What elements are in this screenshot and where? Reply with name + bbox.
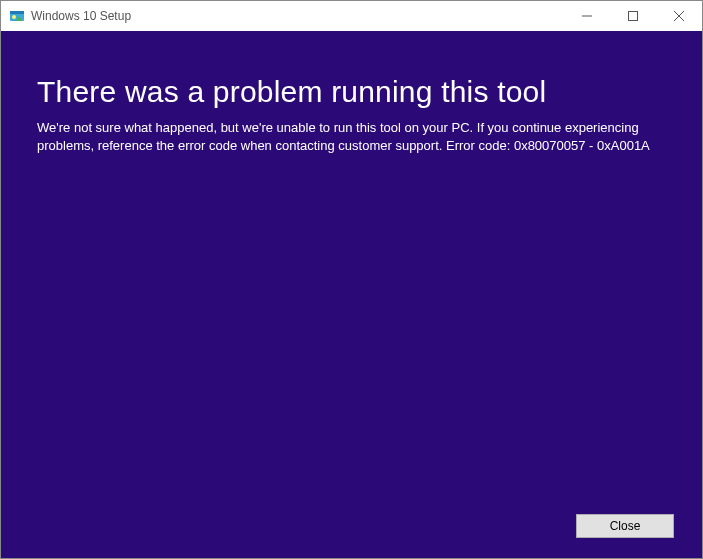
maximize-button[interactable] <box>610 1 656 31</box>
svg-rect-1 <box>10 11 24 14</box>
setup-window: Windows 10 Setup There was a problem run… <box>0 0 703 559</box>
minimize-button[interactable] <box>564 1 610 31</box>
content-area: There was a problem running this tool We… <box>1 31 702 558</box>
error-heading: There was a problem running this tool <box>37 75 666 109</box>
svg-rect-4 <box>629 12 638 21</box>
svg-point-2 <box>12 15 16 19</box>
close-button[interactable]: Close <box>576 514 674 538</box>
close-window-button[interactable] <box>656 1 702 31</box>
titlebar: Windows 10 Setup <box>1 1 702 31</box>
app-icon <box>9 8 25 24</box>
footer: Close <box>576 514 674 538</box>
window-title: Windows 10 Setup <box>31 9 131 23</box>
error-body: We're not sure what happened, but we're … <box>37 119 657 154</box>
